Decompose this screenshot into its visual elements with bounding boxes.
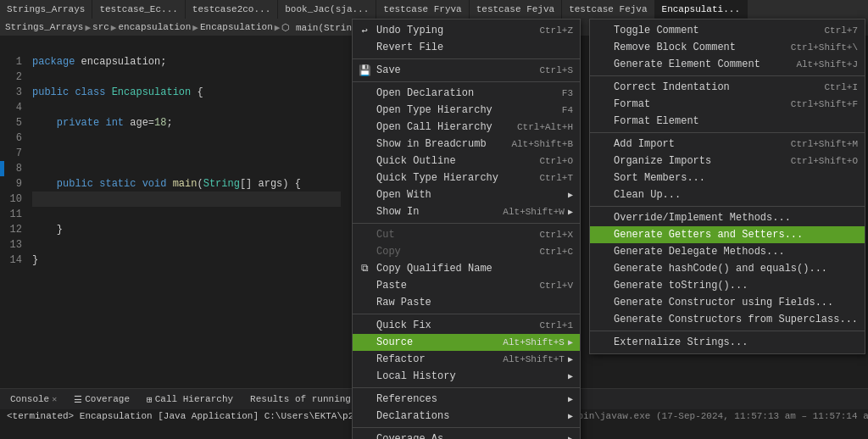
menu-shortcut: F4 <box>562 105 573 115</box>
menu-clean-up[interactable]: Clean Up... <box>590 186 865 203</box>
menu-label: Paste <box>376 280 522 292</box>
menu-label: Format <box>614 98 774 110</box>
menu-generate-element-comment[interactable]: Generate Element Comment Alt+Shift+J <box>590 56 865 73</box>
arrow-icon: ▶ <box>568 434 573 439</box>
menu-separator <box>590 132 865 133</box>
menu-generate-delegate[interactable]: Generate Delegate Methods... <box>590 243 865 260</box>
menu-open-call-hierarchy[interactable]: Open Call Hierarchy Ctrl+Alt+H <box>353 119 580 136</box>
menu-shortcut: Alt+Shift+T <box>503 354 565 364</box>
menu-label: Generate Constructors from Superclass... <box>614 314 858 325</box>
menu-generate-constructor-fields[interactable]: Generate Constructor using Fields... <box>590 294 865 311</box>
source-submenu: Toggle Comment Ctrl+7 Remove Block Comme… <box>589 19 865 354</box>
menu-open-with[interactable]: Open With ▶ <box>353 186 580 203</box>
menu-shortcut: Ctrl+V <box>539 281 573 291</box>
menu-shortcut: Alt+Shift+J <box>796 59 858 69</box>
menu-label: Show In <box>376 206 486 218</box>
menu-label: Open Call Hierarchy <box>376 121 500 133</box>
arrow-icon: ▶ <box>568 411 573 421</box>
arrow-icon: ▶ <box>568 371 573 381</box>
menu-shortcut: Ctrl+S <box>539 65 573 75</box>
menu-shortcut: Ctrl+C <box>539 247 573 257</box>
menu-show-breadcrumb[interactable]: Show in Breadcrumb Alt+Shift+B <box>353 136 580 153</box>
menu-generate-getters-setters[interactable]: Generate Getters and Setters... <box>590 226 865 243</box>
menu-shortcut: Alt+Shift+B <box>511 139 573 149</box>
menu-label: Cut <box>376 229 522 241</box>
menu-format-element[interactable]: Format Element <box>590 113 865 130</box>
menu-quick-outline[interactable]: Quick Outline Ctrl+O <box>353 153 580 169</box>
menu-label: Externalize Strings... <box>614 336 858 348</box>
menu-label: Generate Getters and Setters... <box>614 229 858 241</box>
menu-label: Raw Paste <box>376 297 573 308</box>
menu-label: Add Import <box>614 138 774 150</box>
arrow-icon: ▶ <box>568 394 573 404</box>
save-icon: 💾 <box>358 64 371 77</box>
menu-label: Source <box>376 336 486 348</box>
menu-copy: Copy Ctrl+C <box>353 243 580 260</box>
menu-paste[interactable]: Paste Ctrl+V <box>353 277 580 294</box>
menu-separator <box>353 387 580 388</box>
menu-revert-file[interactable]: Revert File <box>353 39 580 56</box>
arrow-icon: ▶ <box>568 337 573 347</box>
menu-shortcut: Ctrl+Shift+\ <box>791 42 858 53</box>
menu-raw-paste[interactable]: Raw Paste <box>353 294 580 311</box>
copy-icon: ⧉ <box>358 262 371 275</box>
menu-label: Open Declaration <box>376 87 545 99</box>
menu-label: Save <box>376 64 522 76</box>
menu-open-type-hierarchy[interactable]: Open Type Hierarchy F4 <box>353 102 580 119</box>
menu-separator <box>353 427 580 428</box>
undo-icon: ↩ <box>358 24 371 37</box>
arrow-icon: ▶ <box>568 190 573 200</box>
menu-generate-tostring[interactable]: Generate toString()... <box>590 277 865 294</box>
menu-separator <box>353 314 580 314</box>
menu-label: Copy <box>376 246 522 258</box>
menu-coverage-as[interactable]: Coverage As ▶ <box>353 431 580 439</box>
menu-save[interactable]: 💾 Save Ctrl+S <box>353 62 580 79</box>
menu-references[interactable]: References ▶ <box>353 391 580 408</box>
menu-separator <box>590 75 865 76</box>
menu-label: Generate hashCode() and equals()... <box>614 263 858 275</box>
menu-open-declaration[interactable]: Open Declaration F3 <box>353 85 580 102</box>
menu-add-import[interactable]: Add Import Ctrl+Shift+M <box>590 136 865 153</box>
menu-label: Generate toString()... <box>614 280 858 292</box>
menu-externalize-strings[interactable]: Externalize Strings... <box>590 334 865 351</box>
menu-show-in[interactable]: Show In Alt+Shift+W ▶ <box>353 203 580 220</box>
menu-copy-qualified-name[interactable]: ⧉ Copy Qualified Name <box>353 260 580 277</box>
menu-shortcut: Alt+Shift+W <box>503 207 565 217</box>
menu-toggle-comment[interactable]: Toggle Comment Ctrl+7 <box>590 22 865 39</box>
menu-shortcut: Ctrl+Z <box>539 25 573 36</box>
menu-label: Remove Block Comment <box>614 42 774 53</box>
menu-label: Copy Qualified Name <box>376 263 573 275</box>
menu-shortcut: Ctrl+7 <box>824 25 858 36</box>
menu-label: Correct Indentation <box>614 81 807 93</box>
menu-label: Quick Type Hierarchy <box>376 172 522 184</box>
menu-label: Local History <box>376 370 565 382</box>
menu-shortcut: Ctrl+X <box>539 230 573 240</box>
menu-local-history[interactable]: Local History ▶ <box>353 368 580 385</box>
menu-declarations[interactable]: Declarations ▶ <box>353 408 580 425</box>
menu-label: Generate Delegate Methods... <box>614 246 858 258</box>
primary-context-menu: ↩ Undo Typing Ctrl+Z Revert File 💾 Save … <box>352 19 581 439</box>
menu-quick-type-hierarchy[interactable]: Quick Type Hierarchy Ctrl+T <box>353 169 580 186</box>
menu-separator <box>590 331 865 331</box>
menu-label: Generate Constructor using Fields... <box>614 297 858 308</box>
menu-label: Quick Fix <box>376 320 522 331</box>
menu-remove-block-comment[interactable]: Remove Block Comment Ctrl+Shift+\ <box>590 39 865 56</box>
menu-source[interactable]: Source Alt+Shift+S ▶ <box>353 334 580 351</box>
menu-format[interactable]: Format Ctrl+Shift+F <box>590 96 865 113</box>
menu-label: Open Type Hierarchy <box>376 104 545 116</box>
menu-label: Undo Typing <box>376 25 522 36</box>
menu-organize-imports[interactable]: Organize Imports Ctrl+Shift+O <box>590 153 865 169</box>
menu-separator <box>353 58 580 59</box>
menu-correct-indentation[interactable]: Correct Indentation Ctrl+I <box>590 79 865 96</box>
menu-sort-members[interactable]: Sort Members... <box>590 169 865 186</box>
menu-shortcut: Ctrl+Shift+M <box>791 139 858 149</box>
menu-generate-constructors-superclass[interactable]: Generate Constructors from Superclass... <box>590 311 865 328</box>
menu-quick-fix[interactable]: Quick Fix Ctrl+1 <box>353 317 580 334</box>
menu-undo-typing[interactable]: ↩ Undo Typing Ctrl+Z <box>353 22 580 39</box>
menu-label: Open With <box>376 189 565 201</box>
menu-label: Format Element <box>614 115 858 127</box>
menu-refactor[interactable]: Refactor Alt+Shift+T ▶ <box>353 351 580 368</box>
menu-label: Declarations <box>376 410 565 422</box>
menu-generate-hashcode[interactable]: Generate hashCode() and equals()... <box>590 260 865 277</box>
menu-override-implement[interactable]: Override/Implement Methods... <box>590 209 865 226</box>
